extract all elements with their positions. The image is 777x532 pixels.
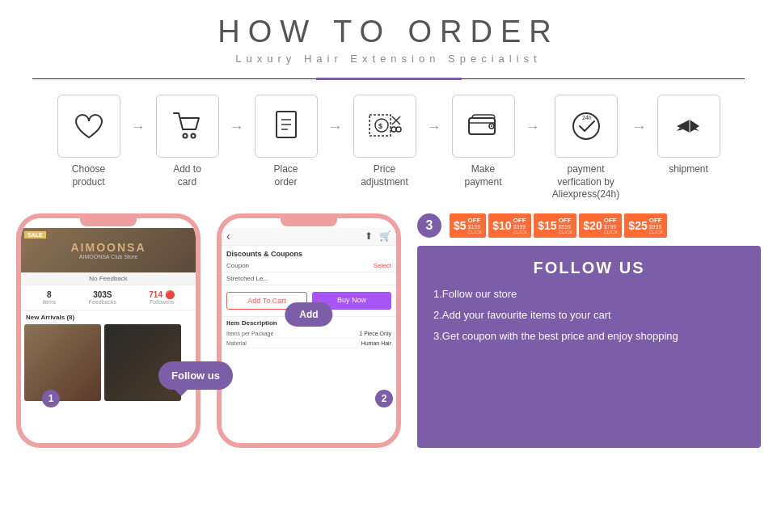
coupon-5-off: OFF [468, 217, 483, 224]
step-label-price: Priceadjustment [361, 163, 408, 188]
step-label-verify: paymentverfication byAliexpress(24h) [552, 163, 619, 201]
svg-point-13 [491, 125, 492, 127]
desc-val-2: Human Hair [361, 340, 391, 346]
coupon-15: $15 OFF $599 CLICK [534, 213, 576, 238]
step-box-order [255, 95, 318, 158]
coupon-15-off: OFF [559, 217, 573, 224]
product-thumb-1 [24, 324, 101, 401]
stat-items-label: Items [42, 299, 56, 305]
follow-us-title: FOLLOW US [433, 259, 745, 277]
no-feedback: No Feedback [21, 272, 196, 285]
stat-followers-num: 714 🔴 [149, 290, 174, 299]
step-verify: 24h paymentverfication byAliexpress(24h) [542, 95, 631, 201]
step-circle-1: 1 [42, 390, 60, 407]
coupon-20-off: OFF [604, 217, 619, 224]
store-name: AIMOONSA Club Store [79, 254, 137, 260]
main-title: HOW TO ORDER [0, 15, 777, 49]
steps-row: Chooseproduct → Add tocard → Placeorder … [0, 80, 777, 209]
cart-icon [169, 108, 206, 144]
coupon-15-click[interactable]: CLICK [559, 230, 573, 234]
coupon-25-click[interactable]: CLICK [649, 230, 664, 234]
coupon-10-amount: $10 [492, 220, 511, 231]
arrow-5: → [526, 95, 540, 136]
arrow-2: → [230, 95, 244, 136]
arrow-3: → [328, 95, 343, 136]
stat-feedbacks-num: 303S [89, 290, 116, 299]
step-place-order: Placeorder [246, 95, 327, 188]
phone2-nav-icons: ⬆ 🛒 [365, 230, 391, 242]
step-box-cart [156, 95, 219, 158]
svg-text:$: $ [378, 122, 382, 130]
step-label-cart: Add tocard [173, 163, 201, 188]
phone1-screen: AIMOONSA AIMOONSA Club Store SALE No Fee… [21, 218, 196, 443]
coupon-row: Coupon Select [222, 260, 396, 272]
phone2-notch [281, 218, 337, 226]
discounts-title: Discounts & Coupons [222, 246, 396, 260]
brand-name: AIMOONSA [71, 241, 146, 254]
stretched-row: Stretched Le... [222, 272, 396, 285]
coupon-25-min: $999 [649, 224, 664, 230]
step-price-adj: $ Priceadjustment [344, 95, 425, 188]
desc-row-2: Material Human Hair [222, 339, 396, 348]
coupon-5: $5 OFF $199 CLICK [450, 213, 486, 238]
select-button[interactable]: Select [374, 262, 391, 269]
step-add-cart: Add tocard [147, 95, 228, 188]
coupon-10-off: OFF [513, 217, 528, 224]
step-shipment: shipment [648, 95, 729, 176]
stat-items: 8 Items [42, 290, 56, 305]
stat-followers-label: Followers [149, 299, 174, 305]
follow-us-panel: FOLLOW US 1.Follow our store 2.Add your … [417, 246, 761, 448]
step-payment: Makepayment [443, 95, 524, 188]
follow-list-item-1: 1.Follow our store [433, 287, 745, 302]
step-choose: Chooseproduct [49, 95, 129, 188]
arrow-1: → [131, 95, 146, 136]
coupon-15-amount: $15 [538, 220, 556, 231]
coupon-5-click[interactable]: CLICK [468, 230, 483, 234]
right-panel: 3 $5 OFF $199 CLICK $10 OFF $399 CLICK [417, 213, 761, 448]
coupon-label: Coupon [226, 262, 249, 269]
coupon-10-min: $399 [513, 224, 528, 230]
share-icon[interactable]: ⬆ [365, 230, 373, 242]
follow-list-item-2: 2.Add your favourite items to your cart [433, 308, 745, 323]
header-line-right [462, 78, 745, 79]
phone1-header: AIMOONSA AIMOONSA Club Store SALE [21, 228, 196, 272]
desc-val-1: 1 Piece Only [359, 331, 391, 336]
cart-nav-icon[interactable]: 🛒 [379, 230, 391, 242]
step-circle-2: 2 [375, 390, 393, 407]
step-label-order: Placeorder [273, 163, 298, 188]
wallet-icon [464, 108, 503, 144]
phone1-notch [80, 218, 137, 226]
phone1-container: AIMOONSA AIMOONSA Club Store SALE No Fee… [16, 213, 201, 448]
stat-items-num: 8 [42, 290, 56, 299]
follow-bubble: Follow us [158, 361, 233, 390]
follow-us-list: 1.Follow our store 2.Add your favourite … [433, 287, 745, 344]
step-box-price: $ [353, 95, 416, 158]
header-line-left [32, 78, 316, 79]
svg-point-0 [183, 134, 187, 138]
phone2-nav: ‹ ⬆ 🛒 [222, 228, 396, 246]
sale-badge: SALE [24, 231, 46, 239]
arrow-4: → [427, 95, 441, 136]
coupon-5-min: $199 [468, 224, 483, 230]
desc-label-2: Material [226, 340, 247, 346]
coupon-5-amount: $5 [454, 220, 467, 231]
stat-followers: 714 🔴 Followers [149, 290, 174, 305]
coupon-20-min: $799 [604, 224, 619, 230]
back-button[interactable]: ‹ [226, 230, 230, 243]
svg-point-9 [391, 127, 396, 132]
coupon-25-off: OFF [649, 217, 664, 224]
coupon-20-amount: $20 [583, 220, 602, 231]
verify-icon: 24h [568, 108, 604, 144]
coupon-10-click[interactable]: CLICK [513, 230, 528, 234]
step-box-payment [452, 95, 515, 158]
svg-point-1 [191, 134, 195, 138]
step-box-choose [57, 95, 120, 158]
add-bubble: Add [285, 302, 332, 327]
follow-list-item-3: 3.Get coupon with the best price and enj… [433, 329, 745, 344]
coupon-20-click[interactable]: CLICK [604, 230, 619, 234]
coupon-25: $25 OFF $999 CLICK [624, 213, 667, 238]
header-accent-bar [316, 78, 462, 80]
page-header: HOW TO ORDER Luxury Hair Extension Speci… [0, 0, 777, 80]
bottom-section: AIMOONSA AIMOONSA Club Store SALE No Fee… [0, 213, 777, 448]
step-box-ship [657, 95, 720, 158]
